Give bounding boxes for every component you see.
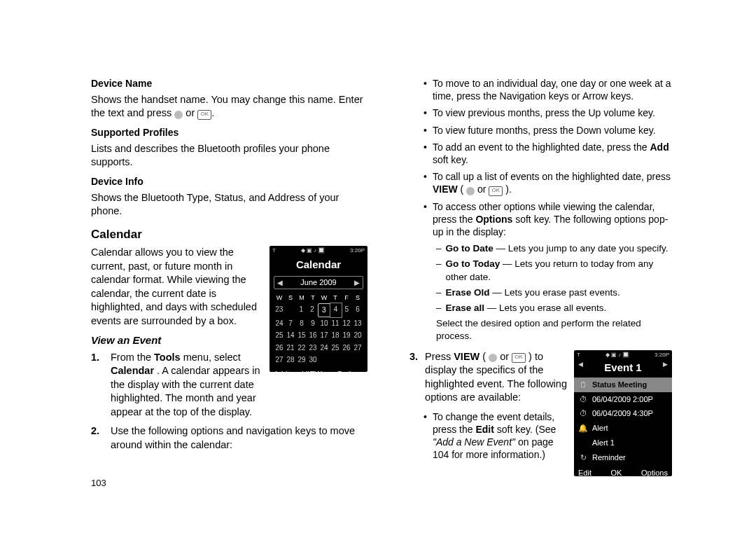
dash-icon bbox=[436, 302, 442, 314]
dow-row: W S M T W T F S bbox=[274, 292, 363, 303]
right-column: To move to an individual day, one day or… bbox=[396, 77, 672, 512]
softkey-mid: VIEW bbox=[302, 369, 322, 380]
bullet: To call up a list of events on the highl… bbox=[424, 170, 672, 195]
bullet-text: To call up a list of events on the highl… bbox=[433, 170, 672, 195]
clock-text: 3:20P bbox=[654, 352, 669, 359]
day-cell bbox=[318, 354, 330, 366]
dash-item: Erase Old — Lets you erase past events. bbox=[436, 286, 672, 299]
day-cell: 17 bbox=[318, 329, 330, 342]
calendar-grid: W S M T W T F S 23 1 2 3 bbox=[274, 292, 363, 366]
event-rows: 🗒Status Meeting ⏱06/04/2009 2:00P ⏱06/04… bbox=[574, 378, 672, 465]
dash-text: Erase all — Lets you erase all events. bbox=[446, 302, 607, 314]
day-cell-selected: 3 bbox=[318, 303, 330, 317]
bell-icon: 🔔 bbox=[578, 423, 588, 434]
event-label: Alert 1 bbox=[592, 438, 615, 448]
step-text: Press VIEW ( or OK ) to display the spec… bbox=[425, 350, 567, 405]
bullet: To access other options while viewing th… bbox=[424, 200, 672, 239]
status-icons: ◆ ▣ ♪ 🔲 bbox=[301, 247, 326, 255]
day-cell: 13 bbox=[352, 317, 363, 330]
phone-status-bar: T ◆ ▣ ♪ 🔲 3:20P bbox=[270, 246, 368, 256]
dow-cell: S bbox=[352, 292, 363, 303]
day-cell: 6 bbox=[352, 303, 363, 317]
day-cell: 18 bbox=[330, 329, 341, 342]
event-label: 06/04/2009 2:00P bbox=[592, 394, 653, 405]
dash-item: Go to Date — Lets you jump to any date y… bbox=[436, 242, 672, 255]
wk-cell: 24 bbox=[274, 317, 285, 330]
clock-icon: ⏱ bbox=[578, 408, 588, 419]
day-cell: 1 bbox=[296, 303, 307, 317]
clock-icon: ⏱ bbox=[578, 394, 588, 405]
cal-row: 25 14 15 16 17 18 19 20 bbox=[274, 329, 363, 342]
cal-row: 24 7 8 9 10 11 12 13 bbox=[274, 317, 363, 330]
t: Calendar bbox=[111, 365, 154, 376]
dash-item: Go to Today — Lets you return to today f… bbox=[436, 258, 672, 283]
day-cell: 12 bbox=[341, 317, 352, 330]
t: Options bbox=[475, 214, 512, 225]
phone-title: Calendar bbox=[270, 256, 368, 275]
bullet-icon bbox=[424, 106, 427, 119]
bullet-icon bbox=[424, 170, 427, 195]
wk-cell: 25 bbox=[274, 329, 285, 342]
bullet: To view previous months, press the Up vo… bbox=[424, 106, 672, 119]
t: Erase all bbox=[446, 303, 485, 313]
day-cell: 30 bbox=[307, 354, 318, 366]
day-cell: 21 bbox=[285, 342, 296, 354]
phone-title: Event 1 bbox=[574, 359, 672, 378]
dash-text: Go to Today — Lets you return to today f… bbox=[446, 258, 672, 283]
calendar-phone: T ◆ ▣ ♪ 🔲 3:20P Calendar ◀ June 2009 ▶ W… bbox=[270, 246, 368, 372]
t: — Lets you erase all events. bbox=[484, 303, 606, 313]
softkey-left: Edit bbox=[578, 468, 592, 478]
dow-cell: T bbox=[330, 292, 341, 303]
nav-center-icon bbox=[174, 111, 183, 119]
step-num: 3. bbox=[410, 350, 418, 405]
day-cell bbox=[341, 354, 352, 366]
select-note: Select the desired option and perform th… bbox=[436, 317, 672, 342]
softkey-right: Options bbox=[641, 468, 668, 478]
day-cell: 14 bbox=[285, 329, 296, 342]
t: ( bbox=[458, 184, 466, 195]
month-label: June 2009 bbox=[300, 277, 336, 288]
prev-event-icon: ◀ bbox=[578, 360, 583, 368]
t: VIEW bbox=[433, 184, 458, 195]
t: — Lets you erase past events. bbox=[490, 287, 620, 298]
bullet-text: To change the event details, press the E… bbox=[433, 410, 567, 462]
day-cell: 7 bbox=[285, 317, 296, 330]
signal-icon: T bbox=[272, 247, 276, 255]
day-cell-event: 4 bbox=[330, 303, 342, 317]
t: soft key. bbox=[433, 154, 468, 165]
ok-key-icon: OK bbox=[489, 186, 503, 196]
day-cell: 25 bbox=[330, 342, 341, 354]
t: Add bbox=[650, 141, 668, 153]
nav-center-icon bbox=[466, 187, 475, 195]
dow-cell: W bbox=[274, 292, 285, 303]
t: Edit bbox=[475, 424, 493, 435]
event-label: Status Meeting bbox=[592, 380, 647, 390]
day-cell: 22 bbox=[296, 342, 307, 354]
bullet-icon bbox=[424, 77, 427, 102]
device-info-para: Shows the Bluetooth Type, Status, and Ad… bbox=[91, 191, 368, 219]
wk-cell: 23 bbox=[274, 303, 285, 317]
bullet-text: To view future months, press the Down vo… bbox=[433, 124, 656, 137]
signal-icon: T bbox=[577, 352, 580, 359]
event-row: 🔔Alert bbox=[574, 421, 672, 436]
dow-cell: W bbox=[318, 292, 330, 303]
next-event-icon: ▶ bbox=[663, 360, 668, 368]
event-row: 🗒Status Meeting bbox=[574, 378, 672, 392]
softkey-left: Add bbox=[274, 369, 288, 380]
t: To call up a list of events on the highl… bbox=[433, 171, 671, 182]
nav-center-icon bbox=[489, 354, 497, 362]
t: Erase Old bbox=[446, 287, 490, 298]
day-cell: 2 bbox=[307, 303, 318, 317]
day-cell: 10 bbox=[318, 317, 330, 330]
step-num: 2. bbox=[91, 424, 104, 452]
next-month-icon: ▶ bbox=[354, 278, 360, 288]
day-cell bbox=[330, 354, 341, 366]
day-cell: 20 bbox=[352, 329, 363, 342]
dash-icon bbox=[436, 258, 442, 283]
cal-row: 26 21 22 23 24 25 26 27 bbox=[274, 342, 363, 354]
day-cell: 8 bbox=[296, 317, 307, 330]
bullet-text: To add an event to the highlighted date,… bbox=[433, 141, 672, 166]
or-text: or bbox=[186, 107, 197, 118]
day-cell: 16 bbox=[307, 329, 318, 342]
prev-month-icon: ◀ bbox=[277, 278, 283, 288]
